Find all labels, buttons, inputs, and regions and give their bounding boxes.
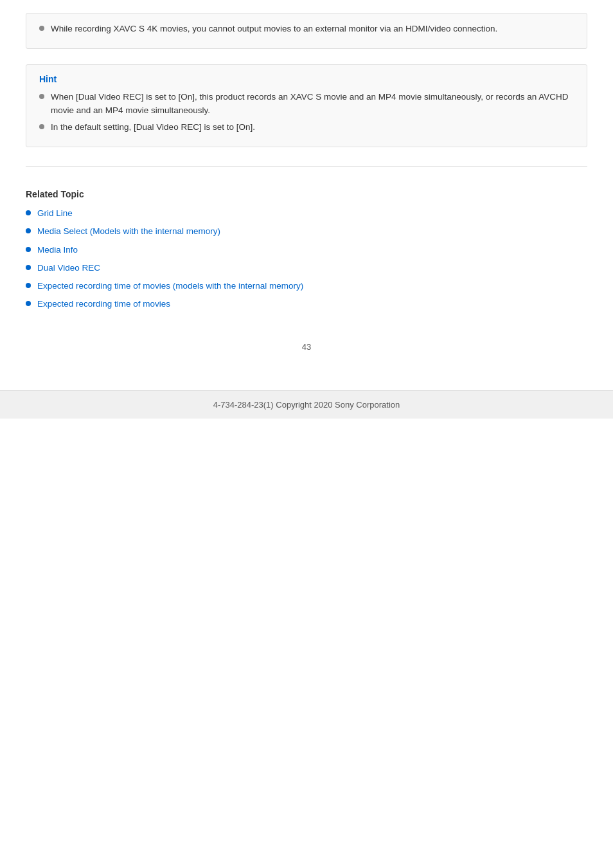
media-info-link[interactable]: Media Info bbox=[37, 244, 78, 257]
hint-section: Hint When [Dual Video REC] is set to [On… bbox=[26, 64, 587, 147]
expected-recording-link[interactable]: Expected recording time of movies bbox=[37, 298, 170, 311]
bullet-dot-icon bbox=[39, 94, 44, 99]
footer: 4-734-284-23(1) Copyright 2020 Sony Corp… bbox=[0, 390, 613, 419]
hint-text-1: When [Dual Video REC] is set to [On], th… bbox=[51, 91, 574, 117]
notice-box: While recording XAVC S 4K movies, you ca… bbox=[26, 13, 587, 49]
notice-text: While recording XAVC S 4K movies, you ca… bbox=[51, 23, 497, 35]
dual-video-rec-link[interactable]: Dual Video REC bbox=[37, 262, 100, 275]
link-dot-icon bbox=[26, 247, 31, 252]
related-link-item: Dual Video REC bbox=[26, 262, 587, 275]
notice-item: While recording XAVC S 4K movies, you ca… bbox=[39, 23, 574, 35]
hint-title: Hint bbox=[39, 74, 574, 84]
page-number: 43 bbox=[26, 342, 587, 352]
related-link-item: Media Info bbox=[26, 244, 587, 257]
related-link-item: Expected recording time of movies (model… bbox=[26, 280, 587, 293]
grid-line-link[interactable]: Grid Line bbox=[37, 207, 73, 220]
hint-item-1: When [Dual Video REC] is set to [On], th… bbox=[39, 91, 574, 117]
related-topic-section: Related Topic Grid Line Media Select (Mo… bbox=[26, 183, 587, 323]
related-link-item: Grid Line bbox=[26, 207, 587, 220]
related-topic-title: Related Topic bbox=[26, 189, 587, 199]
related-link-item: Expected recording time of movies bbox=[26, 298, 587, 311]
copyright-text: 4-734-284-23(1) Copyright 2020 Sony Corp… bbox=[213, 400, 400, 410]
section-divider bbox=[26, 167, 587, 167]
link-dot-icon bbox=[26, 210, 31, 215]
media-select-link[interactable]: Media Select (Models with the internal m… bbox=[37, 225, 220, 238]
link-dot-icon bbox=[26, 228, 31, 233]
link-dot-icon bbox=[26, 283, 31, 288]
hint-text-2: In the default setting, [Dual Video REC]… bbox=[51, 121, 255, 134]
link-dot-icon bbox=[26, 301, 31, 306]
link-dot-icon bbox=[26, 265, 31, 270]
expected-recording-internal-link[interactable]: Expected recording time of movies (model… bbox=[37, 280, 303, 293]
page-wrapper: While recording XAVC S 4K movies, you ca… bbox=[0, 0, 613, 365]
bullet-dot-icon bbox=[39, 26, 44, 31]
related-link-item: Media Select (Models with the internal m… bbox=[26, 225, 587, 238]
hint-item-2: In the default setting, [Dual Video REC]… bbox=[39, 121, 574, 134]
bullet-dot-icon bbox=[39, 124, 44, 129]
